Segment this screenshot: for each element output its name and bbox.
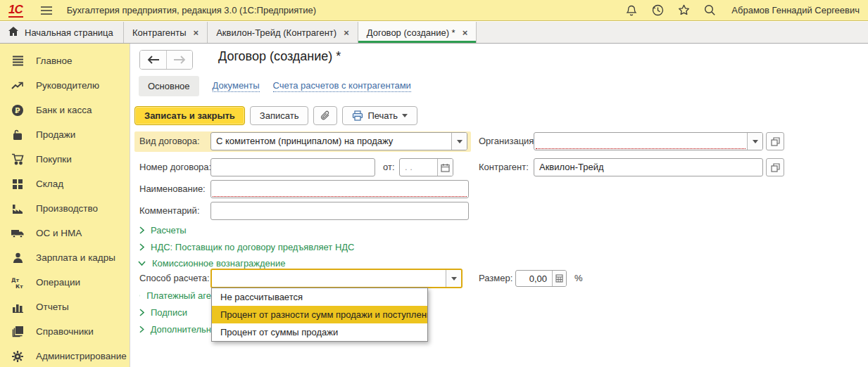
calendar-button[interactable]: [437, 159, 453, 176]
section-raschety[interactable]: Расчеты: [139, 225, 187, 236]
ruble-icon: Р: [10, 103, 25, 117]
factory-icon: [10, 202, 25, 216]
sidebar-item-otchety[interactable]: Отчеты: [0, 295, 130, 319]
section-platezhnyj-agent[interactable]: Платежный аге: [139, 290, 211, 301]
tab-akvilon-trejd[interactable]: Аквилон-Трейд (Контрагент) ×: [208, 22, 358, 43]
sidebar-item-sklad[interactable]: Склад: [0, 172, 130, 196]
dropdown-button[interactable]: [451, 133, 467, 150]
history-icon[interactable]: [650, 4, 665, 18]
top-bar: 1С Бухгалтерия предприятия, редакция 3.0…: [0, 0, 868, 21]
tab-dogovor-active[interactable]: Договор (создание) * ×: [358, 22, 477, 43]
forward-button[interactable]: [166, 51, 192, 69]
current-user[interactable]: Абрамов Геннадий Сергеевич: [731, 5, 860, 15]
chevron-right-icon: [139, 226, 144, 234]
sidebar-item-pokupki[interactable]: Покупки: [0, 147, 130, 172]
calculator-button[interactable]: [552, 271, 566, 286]
sidebar-item-prodazhi[interactable]: Продажи: [0, 122, 130, 147]
notifications-bell-icon[interactable]: [624, 4, 639, 18]
menu-icon: [10, 54, 25, 68]
kommentarij-field[interactable]: [210, 202, 469, 220]
calendar-icon: [441, 163, 450, 172]
required-marker: [536, 148, 746, 149]
sidebar-item-bank-i-kassa[interactable]: Р Банк и касса: [0, 98, 130, 122]
section-nds[interactable]: НДС: Поставщик по договору предъявляет Н…: [139, 242, 355, 252]
back-button[interactable]: [140, 51, 166, 69]
ot-label: от:: [383, 158, 395, 176]
print-button[interactable]: Печать: [342, 106, 417, 125]
svg-text:Кт: Кт: [15, 283, 23, 289]
vid-dogovora-field[interactable]: С комитентом (принципалом) на продажу: [210, 132, 467, 150]
search-icon[interactable]: [703, 4, 717, 18]
nav-scheta-raschetov[interactable]: Счета расчетов с контрагентами: [273, 79, 411, 92]
trend-icon: [10, 79, 25, 93]
window-title: Бухгалтерия предприятия, редакция 3.0 (1…: [67, 5, 316, 15]
chevron-down-icon: [138, 261, 146, 266]
sidebar-item-rukovoditelyu[interactable]: Руководителю: [0, 73, 130, 98]
cart-icon: [10, 153, 25, 167]
section-komissionnoe[interactable]: Комиссионное вознаграждение: [138, 258, 286, 269]
open-in-new-icon: [771, 137, 780, 146]
naimenovanie-field[interactable]: [210, 180, 469, 198]
section-podpisi[interactable]: Подписи: [139, 307, 187, 318]
kontragent-field[interactable]: Аквилон-Трейд: [534, 158, 763, 176]
percent-label: %: [574, 269, 583, 288]
chevron-down-icon: [402, 114, 408, 117]
barchart-icon: [10, 300, 25, 314]
organizaciya-label: Организация:: [479, 132, 536, 150]
sidebar-item-glavnoe[interactable]: Главное: [0, 49, 130, 73]
form-nav: Основное Документы Счета расчетов с конт…: [139, 76, 411, 96]
save-button[interactable]: Записать: [250, 106, 309, 125]
sidebar-item-administrirovanie[interactable]: Администрирование: [0, 344, 130, 367]
sidebar-item-os-i-nma[interactable]: ОС и НМА: [0, 221, 130, 245]
close-icon[interactable]: ×: [463, 27, 468, 38]
books-icon: [10, 325, 25, 339]
tab-kontragenty[interactable]: Контрагенты ×: [124, 22, 208, 43]
nomer-dogovora-field[interactable]: [210, 158, 375, 176]
close-icon[interactable]: ×: [344, 27, 349, 38]
grid-icon: [10, 177, 25, 191]
tab-label: Договор (создание) *: [367, 27, 455, 38]
kontragent-open-button[interactable]: [766, 158, 784, 176]
dropdown-button[interactable]: [446, 270, 461, 287]
required-marker: [213, 196, 467, 197]
chevron-right-icon: [139, 326, 144, 333]
sidebar-item-zarplata-i-kadry[interactable]: Зарплата и кадры: [0, 245, 130, 270]
sidebar-item-proizvodstvo[interactable]: Производство: [0, 196, 130, 221]
sidebar-item-operacii[interactable]: ДтКт Операции: [0, 270, 130, 295]
razmer-field[interactable]: 0,00: [515, 270, 567, 287]
paperclip-icon: [320, 110, 331, 122]
nav-osnovnoe[interactable]: Основное: [139, 76, 199, 96]
naimenovanie-label: Наименование:: [139, 180, 206, 198]
section-dopolnitelno[interactable]: Дополнительн: [139, 324, 211, 335]
calculator-icon: [555, 274, 563, 283]
page-title: Договор (создание) *: [218, 49, 341, 64]
kommentarij-label: Комментарий:: [139, 202, 200, 220]
truck-icon: [10, 226, 25, 240]
application-window: 1С Бухгалтерия предприятия, редакция 3.0…: [0, 0, 868, 367]
dropdown-button[interactable]: [747, 133, 762, 150]
chevron-right-icon: [139, 309, 144, 316]
toolbar: Записать и закрыть Записать Печать: [134, 106, 417, 125]
sposob-rascheta-field[interactable]: [210, 269, 463, 288]
form-area: Договор (создание) * Основное Документы …: [131, 44, 868, 367]
bag-icon: [10, 128, 25, 142]
close-icon[interactable]: ×: [194, 27, 199, 38]
nav-dokumenty[interactable]: Документы: [213, 79, 260, 92]
dtkt-icon: ДтКт: [10, 276, 25, 290]
main-menu-icon[interactable]: [39, 4, 54, 18]
save-and-close-button[interactable]: Записать и закрыть: [134, 106, 245, 125]
sposob-rascheta-dropdown: Не рассчитывается Процент от разности су…: [211, 288, 428, 342]
tab-bar: Начальная страница Контрагенты × Аквилон…: [0, 22, 868, 44]
chevron-right-icon: [139, 292, 140, 300]
date-field[interactable]: . .: [399, 158, 453, 176]
tab-home[interactable]: Начальная страница: [0, 22, 124, 43]
dropdown-option[interactable]: Не рассчитывается: [212, 288, 427, 306]
dropdown-option-highlighted[interactable]: Процент от разности сумм продажи и посту…: [212, 306, 427, 323]
favorites-star-icon[interactable]: [677, 4, 691, 18]
organizaciya-field[interactable]: [534, 132, 763, 150]
sidebar-item-spravochniki[interactable]: Справочники: [0, 319, 130, 344]
nomer-dogovora-label: Номер договора:: [139, 158, 211, 176]
organizaciya-open-button[interactable]: [766, 132, 784, 150]
dropdown-option[interactable]: Процент от суммы продажи: [212, 323, 427, 341]
attachment-button[interactable]: [313, 106, 337, 125]
